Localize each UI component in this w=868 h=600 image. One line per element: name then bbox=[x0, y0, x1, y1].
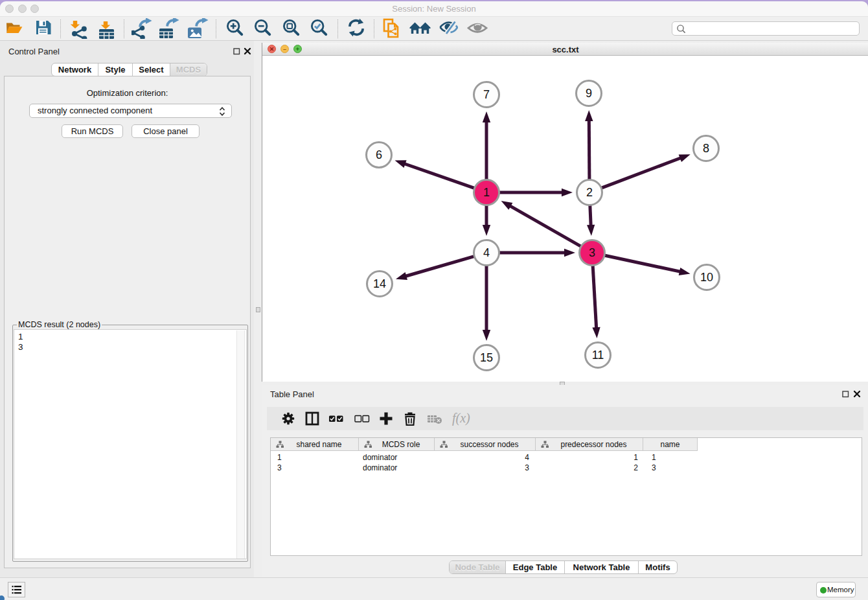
svg-text:11: 11 bbox=[592, 349, 604, 362]
svg-text:1: 1 bbox=[483, 186, 490, 199]
svg-text:7: 7 bbox=[483, 88, 490, 101]
svg-text:15: 15 bbox=[480, 351, 493, 364]
svg-text:4: 4 bbox=[483, 246, 490, 259]
svg-text:6: 6 bbox=[376, 148, 382, 161]
svg-text:3: 3 bbox=[589, 246, 595, 259]
svg-text:9: 9 bbox=[586, 87, 592, 100]
svg-text:f(x): f(x) bbox=[452, 411, 470, 426]
svg-text:10: 10 bbox=[700, 271, 713, 284]
svg-text:8: 8 bbox=[703, 142, 709, 155]
svg-text:14: 14 bbox=[373, 277, 386, 290]
svg-text:2: 2 bbox=[586, 186, 593, 199]
